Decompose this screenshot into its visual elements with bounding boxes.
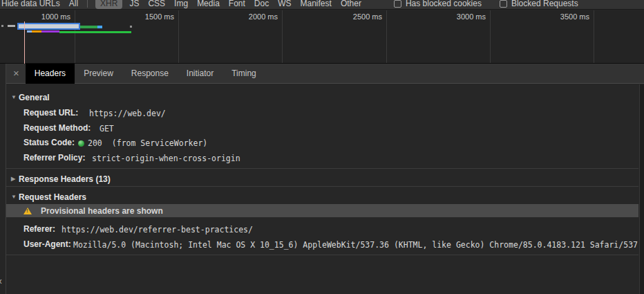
header-name: Request URL:	[23, 108, 78, 118]
header-value: GET	[100, 124, 114, 134]
request-dot[interactable]	[130, 26, 132, 28]
header-value: 200	[88, 138, 102, 148]
request-bar-green[interactable]	[80, 26, 97, 28]
filter-type-font[interactable]: Font	[229, 0, 245, 8]
filter-separator	[87, 0, 88, 8]
chevron-down-icon: ▼	[11, 194, 17, 200]
selected-request-bar[interactable]	[17, 23, 80, 30]
request-bar-brightgreen[interactable]	[59, 31, 131, 33]
has-blocked-cookies-checkbox[interactable]: Has blocked cookies	[394, 0, 482, 8]
filter-type-css[interactable]: CSS	[148, 0, 165, 8]
section-divider	[6, 168, 638, 169]
network-overview-timeline[interactable]: 1000 ms 1500 ms 2000 ms 2500 ms 3000 ms …	[0, 10, 644, 64]
tab-initiator[interactable]: Initiator	[178, 64, 222, 84]
headers-pane: ▼ General Request URL: https://web.dev/ …	[6, 84, 644, 294]
section-divider	[6, 186, 638, 187]
devtools-network-panel: Hide data URLs All XHR JS CSS Img Media …	[0, 0, 644, 294]
header-name: Status Code:	[23, 138, 75, 147]
request-bar-purple[interactable]	[41, 30, 59, 33]
header-name: Request Method:	[23, 123, 91, 133]
filter-type-media[interactable]: Media	[197, 0, 220, 8]
request-details-tabbar: × Headers Preview Response Initiator Tim…	[6, 64, 644, 84]
section-title: Response Headers (13)	[19, 174, 111, 184]
filter-type-ws[interactable]: WS	[278, 0, 291, 8]
status-ok-icon	[78, 140, 84, 147]
header-row-request-url: Request URL: https://web.dev/	[6, 108, 638, 119]
section-title: Request Headers	[19, 192, 86, 202]
tab-headers[interactable]: Headers	[26, 64, 75, 84]
load-event-marker[interactable]	[24, 21, 25, 64]
request-dot[interactable]	[1, 25, 3, 27]
network-filter-bar: Hide data URLs All XHR JS CSS Img Media …	[0, 0, 644, 10]
tab-preview[interactable]: Preview	[75, 64, 122, 84]
hide-data-urls-toggle[interactable]: Hide data URLs	[1, 0, 60, 8]
provisional-warning-text: Provisional headers are shown	[41, 206, 163, 216]
chevron-right-icon: ▶	[11, 176, 15, 182]
header-row-request-method: Request Method: GET	[6, 123, 638, 134]
checkbox-icon[interactable]	[500, 0, 507, 8]
header-name: User-Agent:	[23, 239, 71, 249]
tab-response[interactable]: Response	[122, 64, 178, 84]
warning-icon	[23, 208, 32, 214]
section-title: General	[19, 93, 50, 102]
filter-type-manifest[interactable]: Manifest	[301, 0, 332, 8]
header-row-status-code: Status Code: 200(from ServiceWorker)	[6, 138, 638, 149]
tab-timing[interactable]: Timing	[222, 64, 265, 84]
header-row-referer: Referer: https://web.dev/referrer-best-p…	[6, 224, 638, 235]
has-blocked-cookies-label: Has blocked cookies	[406, 0, 482, 8]
section-divider	[6, 255, 638, 255]
header-name: Referrer Policy:	[23, 153, 85, 163]
request-bar-gray[interactable]	[8, 25, 15, 27]
filter-type-xhr-selected[interactable]: XHR	[95, 0, 122, 9]
checkbox-icon[interactable]	[394, 0, 401, 8]
filter-type-img[interactable]: Img	[174, 0, 188, 8]
vertical-scrollbar[interactable]	[639, 84, 644, 294]
header-value: Mozilla/5.0 (Macintosh; Intel Mac OS X 1…	[73, 240, 638, 250]
request-bar-lightblue[interactable]	[27, 30, 32, 33]
header-value: https://web.dev/referrer-best-practices/	[61, 225, 253, 235]
filter-type-doc[interactable]: Doc	[254, 0, 269, 8]
header-row-referrer-policy: Referrer Policy: strict-origin-when-cros…	[6, 153, 638, 164]
filter-type-other[interactable]: Other	[341, 0, 361, 8]
header-value: strict-origin-when-cross-origin	[92, 154, 240, 163]
response-headers-section-header[interactable]: ▶ Response Headers (13)	[6, 174, 638, 185]
request-headers-section-header[interactable]: ▼ Request Headers	[6, 192, 638, 203]
status-source-note: (from ServiceWorker)	[112, 138, 207, 148]
header-row-user-agent: User-Agent: Mozilla/5.0 (Macintosh; Inte…	[6, 239, 638, 250]
request-bar-orange[interactable]	[32, 30, 41, 33]
header-value: https://web.dev/	[89, 109, 166, 118]
filter-type-all[interactable]: All	[69, 0, 78, 8]
header-name: Referer:	[23, 224, 55, 234]
close-icon[interactable]: ×	[6, 64, 26, 83]
blocked-requests-checkbox[interactable]: Blocked Requests	[500, 0, 578, 8]
filter-type-js[interactable]: JS	[129, 0, 139, 8]
clipped-list-text: x	[0, 277, 2, 285]
request-bar-blue[interactable]	[97, 26, 102, 28]
blocked-requests-label: Blocked Requests	[511, 0, 578, 8]
chevron-down-icon: ▼	[11, 94, 17, 100]
general-section-header[interactable]: ▼ General	[6, 93, 638, 104]
provisional-headers-warning: Provisional headers are shown	[6, 204, 638, 217]
waterfall-chart[interactable]	[0, 10, 644, 63]
